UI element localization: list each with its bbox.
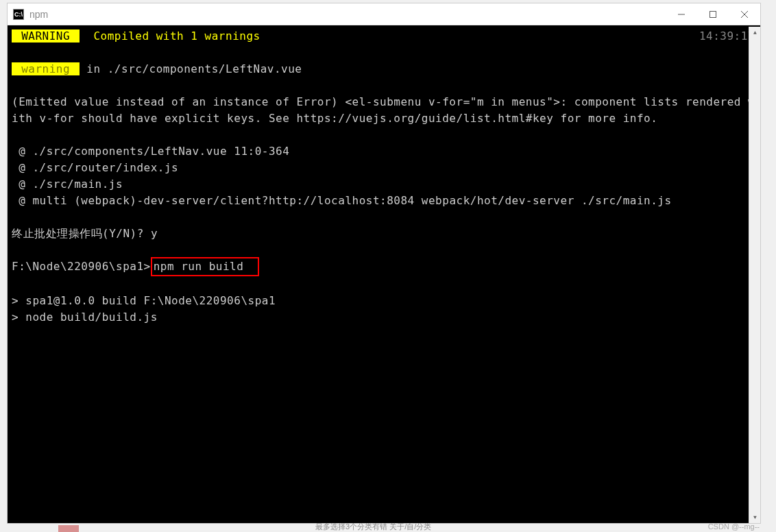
prompt-path: F:\Node\220906\spa1>	[12, 260, 151, 273]
window-controls	[666, 3, 760, 25]
stack-line-4: @ multi (webpack)-dev-server/client?http…	[12, 193, 756, 209]
maximize-button[interactable]	[697, 3, 729, 25]
warning-badge-lc: warning	[12, 62, 80, 75]
titlebar[interactable]: C:\ npm	[8, 3, 760, 25]
warning-in-text: in ./src/components/LeftNav.vue	[80, 62, 302, 75]
scroll-down-arrow-icon[interactable]: ▼	[749, 511, 761, 523]
terminal-window: C:\ npm 14:39:17 WARNING Compiled with 1…	[7, 3, 761, 524]
minimize-button[interactable]	[666, 3, 697, 25]
stack-line-3: @ ./src/main.js	[12, 176, 756, 193]
app-icon: C:\	[13, 9, 24, 20]
highlighted-command: npm run build	[151, 257, 259, 276]
scroll-up-arrow-icon[interactable]: ▲	[749, 27, 761, 38]
build-output-1: > spa1@1.0.0 build F:\Node\220906\spa1	[12, 293, 756, 309]
warning-compiled-text: Compiled with 1 warnings	[93, 29, 260, 43]
emitted-message: (Emitted value instead of an instance of…	[12, 94, 756, 127]
stack-line-1: @ ./src/components/LeftNav.vue 11:0-364	[12, 143, 756, 160]
build-output-2: > node build/build.js	[12, 309, 756, 326]
command-prompt-line: F:\Node\220906\spa1>npm run build	[12, 258, 756, 276]
terminal-output[interactable]: 14:39:17 WARNING Compiled with 1 warning…	[8, 25, 760, 523]
background-page-fragment: 最多选择3个分类有错 关于/自/分类	[315, 522, 431, 532]
background-strip	[58, 525, 79, 532]
window-title: npm	[29, 9, 666, 20]
close-button[interactable]	[729, 3, 760, 25]
warning-badge: WARNING	[12, 29, 80, 43]
watermark-text: CSDN @--mg--	[708, 522, 760, 531]
svg-rect-1	[710, 11, 716, 17]
terminate-prompt: 终止批处理操作吗(Y/N)? y	[12, 226, 756, 242]
vertical-scrollbar[interactable]: ▲ ▼	[749, 27, 760, 523]
stack-line-2: @ ./src/router/index.js	[12, 160, 756, 176]
compile-timestamp: 14:39:17	[699, 28, 755, 45]
warning-header-line: WARNING Compiled with 1 warnings	[12, 28, 756, 45]
warning-file-line: warning in ./src/components/LeftNav.vue	[12, 61, 756, 77]
